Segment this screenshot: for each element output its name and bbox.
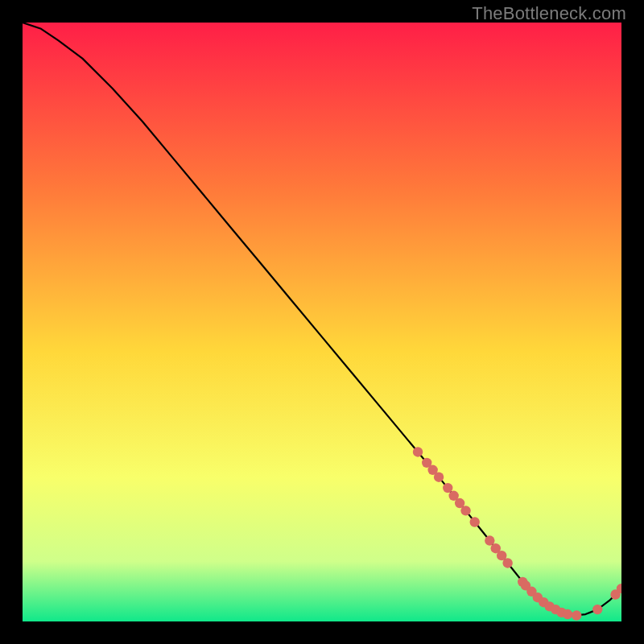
- data-marker: [434, 473, 444, 482]
- data-marker: [460, 506, 470, 515]
- data-marker: [572, 610, 581, 620]
- gradient-background: [23, 23, 621, 621]
- data-marker: [413, 447, 423, 456]
- watermark-text: TheBottleneck.com: [472, 3, 626, 24]
- plot-area: [23, 23, 621, 621]
- data-marker: [502, 558, 512, 568]
- data-marker: [563, 609, 572, 619]
- data-marker: [592, 605, 602, 614]
- chart-svg: [23, 23, 621, 621]
- data-marker: [470, 517, 480, 526]
- chart-frame: TheBottleneck.com: [0, 0, 644, 644]
